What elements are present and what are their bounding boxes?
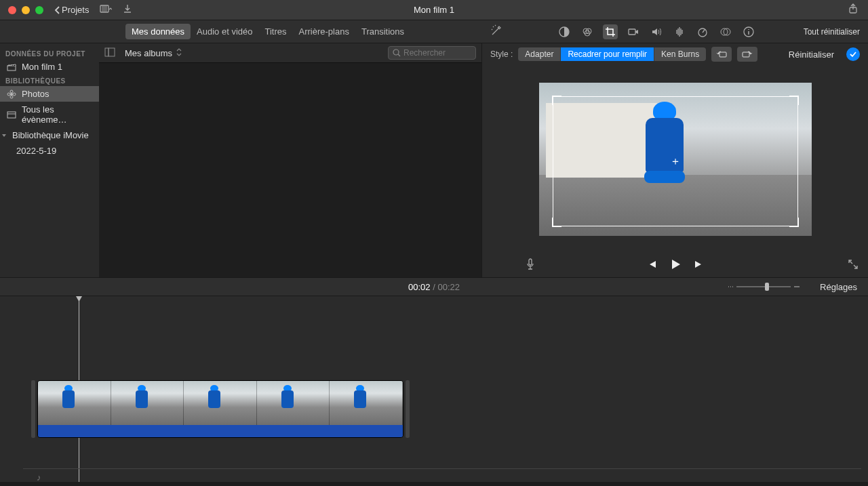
all-events-label: Tous les évèneme… <box>22 104 92 125</box>
svg-point-14 <box>10 96 13 98</box>
maximize-window-button[interactable] <box>35 6 43 14</box>
tab-titles[interactable]: Titres <box>258 24 292 39</box>
minimize-window-button[interactable] <box>22 6 30 14</box>
current-time: 00:02 <box>408 282 431 292</box>
zoom-slider[interactable] <box>727 283 800 290</box>
viewer-panel: Style : Adapter Recadrer pour remplir Ke… <box>482 43 868 277</box>
music-note-icon: ♪ <box>37 472 41 483</box>
info-icon[interactable] <box>741 24 756 39</box>
crop-handle-tl[interactable] <box>552 96 561 105</box>
sidebar-item-project[interactable]: Mon film 1 <box>0 59 99 75</box>
noise-reduction-icon[interactable] <box>672 24 687 39</box>
libraries-header: BIBLIOTHÈQUES <box>0 75 99 86</box>
search-icon <box>393 49 401 57</box>
prev-frame-button[interactable] <box>646 260 657 271</box>
search-field[interactable] <box>388 46 476 60</box>
media-browser: Mes albums <box>99 43 481 277</box>
style-label: Style : <box>490 49 513 59</box>
viewer-area[interactable]: ＋ <box>482 65 868 253</box>
volume-icon[interactable] <box>649 24 664 39</box>
list-mode-button[interactable] <box>104 47 115 59</box>
crop-fit-button[interactable]: Adapter <box>518 47 561 61</box>
crop-apply-button[interactable] <box>846 47 860 61</box>
reset-all-button[interactable]: Tout réinitialiser <box>804 27 860 37</box>
stabilization-icon[interactable] <box>626 24 641 39</box>
time-separator: / <box>433 282 435 292</box>
sidebar-item-all-events[interactable]: Tous les évèneme… <box>0 102 99 127</box>
tab-my-data[interactable]: Mes données <box>125 24 191 39</box>
event-date-label: 2022-5-19 <box>16 146 56 156</box>
clip-audio-waveform[interactable] <box>38 425 403 438</box>
search-input[interactable] <box>403 48 465 58</box>
clip-thumbnails <box>38 381 403 425</box>
svg-point-15 <box>7 93 10 96</box>
crop-icon[interactable] <box>603 24 618 39</box>
playback-controls <box>482 253 868 277</box>
crop-handle-tr[interactable] <box>789 96 799 105</box>
window-controls <box>0 6 43 14</box>
crop-center-icon: ＋ <box>670 154 681 168</box>
crop-rectangle[interactable]: ＋ <box>553 96 798 226</box>
import-media-icon[interactable] <box>100 4 112 16</box>
video-frame: ＋ <box>539 83 812 236</box>
tab-backgrounds[interactable]: Arrière-plans <box>293 24 355 39</box>
photos-flower-icon <box>7 89 16 99</box>
fullscreen-button[interactable] <box>848 259 859 272</box>
crop-handle-br[interactable] <box>789 218 799 227</box>
share-button[interactable] <box>848 3 859 16</box>
crop-handle-bl[interactable] <box>552 218 561 227</box>
titlebar: Projets Mon film 1 <box>0 0 868 20</box>
timeline[interactable]: ♪ <box>0 296 868 486</box>
svg-rect-23 <box>529 259 532 265</box>
play-button[interactable] <box>669 258 682 272</box>
browser-content <box>99 63 481 277</box>
crop-fill-button[interactable]: Recadrer pour remplir <box>561 47 654 61</box>
album-dropdown[interactable]: Mes albums <box>121 47 186 60</box>
sidebar-item-event-date[interactable]: 2022-5-19 <box>0 143 99 159</box>
calendar-icon <box>7 110 16 119</box>
tab-transitions[interactable]: Transitions <box>355 24 410 39</box>
svg-point-13 <box>10 90 13 93</box>
disclosure-triangle-icon[interactable] <box>1 133 7 138</box>
video-clip[interactable] <box>37 380 403 438</box>
sidebar: DONNÉES DU PROJET Mon film 1 BIBLIOTHÈQU… <box>0 43 99 277</box>
download-icon[interactable] <box>123 4 132 16</box>
voiceover-mic-button[interactable] <box>526 258 535 272</box>
main-toolbar: Mes données Audio et vidéo Titres Arrièr… <box>0 20 868 43</box>
clip-trim-right-handle[interactable] <box>406 380 410 438</box>
close-window-button[interactable] <box>8 6 16 14</box>
project-data-header: DONNÉES DU PROJET <box>0 47 99 59</box>
svg-point-16 <box>13 93 16 96</box>
photos-label: Photos <box>22 89 49 99</box>
svg-point-12 <box>10 93 13 96</box>
rotate-ccw-button[interactable] <box>711 47 732 62</box>
color-balance-icon[interactable] <box>557 24 572 39</box>
clip-trim-left-handle[interactable] <box>31 380 35 438</box>
sidebar-item-photos[interactable]: Photos <box>0 86 99 102</box>
clapper-icon <box>7 63 16 71</box>
timecode-bar: 00:02 / 00:22 Réglages <box>0 277 868 296</box>
ken-burns-button[interactable]: Ken Burns <box>654 47 706 61</box>
tab-audio-video[interactable]: Audio et vidéo <box>191 24 258 39</box>
zoom-tick-icon <box>727 283 734 290</box>
svg-rect-11 <box>7 66 16 70</box>
speed-icon[interactable] <box>695 24 710 39</box>
clip-thumbnail <box>330 381 403 425</box>
project-title: Mon film 1 <box>414 5 454 15</box>
clip-filter-icon[interactable] <box>718 24 733 39</box>
sidebar-item-imovie-library[interactable]: Bibliothèque iMovie <box>0 127 99 143</box>
timeline-settings-button[interactable]: Réglages <box>820 282 857 292</box>
rotate-cw-button[interactable] <box>737 47 757 62</box>
clip-thumbnail <box>38 381 111 425</box>
svg-rect-19 <box>108 48 115 56</box>
color-correction-icon[interactable] <box>580 24 595 39</box>
enhance-wand-icon[interactable] <box>490 24 502 39</box>
clip-thumbnail <box>257 381 330 425</box>
back-label: Projets <box>62 5 89 15</box>
next-frame-button[interactable] <box>694 260 705 271</box>
crop-style-segmented: Adapter Recadrer pour remplir Ken Burns <box>518 47 706 61</box>
zoom-thumb[interactable] <box>765 283 769 291</box>
crop-reset-button[interactable]: Réinitialiser <box>789 49 834 60</box>
back-to-projects-button[interactable]: Projets <box>54 5 89 15</box>
svg-rect-6 <box>629 29 635 35</box>
